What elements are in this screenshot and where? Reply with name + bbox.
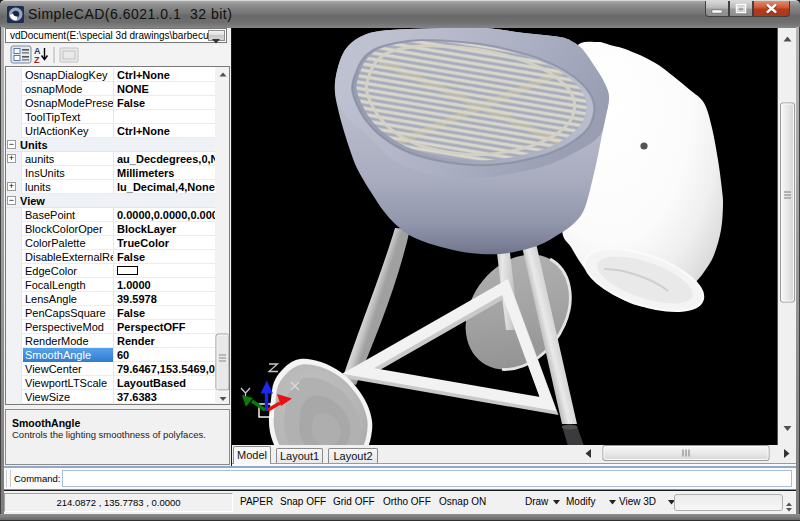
svg-text:Z: Z — [34, 55, 40, 65]
